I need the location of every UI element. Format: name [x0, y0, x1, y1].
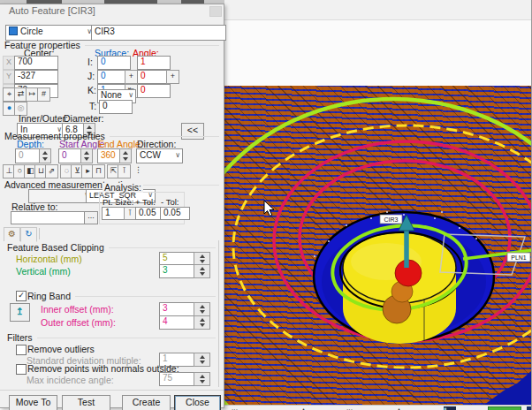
inner-offset-label: Inner offset (mm):: [41, 305, 114, 315]
surface-i-input[interactable]: 0: [97, 56, 131, 70]
svg-text:CIR3: CIR3: [384, 216, 399, 223]
remove-normals-label: Remove points with normals outside:: [27, 364, 179, 374]
tab-probe-toggles[interactable]: ⚙: [4, 227, 20, 241]
t-label: T:: [89, 102, 96, 111]
horizontal-clip-label: Horizontal (mm): [16, 254, 82, 264]
status-rotate-icon[interactable]: [527, 406, 532, 410]
dialog-title: Auto Feature [CIR3]: [9, 5, 95, 16]
j-label: J:: [87, 72, 95, 81]
circle-type-icon: [9, 27, 18, 35]
status-dots-icon[interactable]: ···: [232, 406, 238, 410]
angle-vector-flip-button[interactable]: +: [166, 70, 179, 84]
minus-tol-input[interactable]: 0.05: [160, 207, 190, 220]
surface-vector-flip-button[interactable]: +: [125, 70, 138, 84]
cad-surface-corner: [484, 370, 532, 405]
status-dots-icon[interactable]: ···: [346, 406, 353, 410]
graphics-3d-view[interactable]: CIR3 PLN1: [223, 86, 532, 405]
filters-section: Filters: [7, 332, 216, 343]
vertical-clip-spinner[interactable]: [194, 264, 210, 278]
feature-name-input[interactable]: CIR3: [91, 25, 226, 41]
end-angle-spinner[interactable]: [119, 148, 132, 163]
up-arrow-icon: ↥: [16, 306, 24, 316]
vertical-clip-label: Vertical (mm): [16, 267, 71, 277]
remove-outliers-label: Remove outliers: [27, 345, 95, 354]
minus-tol-label: - Tol:: [161, 197, 179, 207]
depth-spinner[interactable]: [39, 148, 51, 163]
max-incidence-label: Max incidence angle:: [27, 376, 114, 385]
ring-band-checkbox[interactable]: ✓: [16, 291, 27, 301]
path-icon-11[interactable]: ⊺: [118, 164, 131, 178]
start-angle-spinner[interactable]: [80, 148, 93, 163]
status-probe-icon[interactable]: ▮: [444, 406, 456, 410]
angle-1-input[interactable]: 1: [137, 56, 171, 70]
path-icon-5[interactable]: ⇗: [45, 164, 58, 178]
k-label: K:: [87, 86, 96, 95]
create-button[interactable]: Create: [122, 395, 171, 410]
analysis-label: Analysis:: [103, 183, 143, 193]
cir3-feature-label[interactable]: CIR3: [380, 215, 402, 224]
auto-feature-dialog: Auto Feature [CIR3] Circle∨ CIR3 Feature…: [0, 4, 224, 408]
status-bar: ··· ▲ ··· ▲ ▮: [223, 405, 532, 410]
path-icon-12[interactable]: ⋮: [133, 164, 144, 177]
app-toolbar-strip: [224, 0, 532, 20]
plus-tol-label: + Tol:: [135, 197, 156, 207]
center-y-input[interactable]: -327: [14, 70, 58, 84]
y-axis-chip: Y: [3, 70, 15, 84]
status-triangle-icon[interactable]: ▲: [300, 406, 307, 410]
mouse-cursor: [263, 200, 276, 217]
x-axis-chip: X: [3, 56, 15, 70]
close-button[interactable]: Close: [174, 395, 221, 410]
feature-type-select[interactable]: Circle∨: [5, 25, 95, 41]
pt-size-label: Pt. Size:: [103, 197, 133, 207]
direction-select[interactable]: CCW∨: [136, 148, 183, 163]
path-icon-9[interactable]: ⊓: [92, 164, 105, 178]
grid-snap-icon[interactable]: #: [37, 87, 50, 102]
remove-normals-checkbox[interactable]: [16, 364, 27, 375]
button-separator: [0, 390, 224, 391]
tab-divider: [39, 228, 40, 239]
angle-3-input[interactable]: 0: [137, 84, 171, 98]
inner-offset-spinner[interactable]: [194, 302, 210, 316]
max-incidence-spinner[interactable]: [194, 372, 210, 386]
tab-page-border: [218, 240, 219, 387]
wrench-icon: ⚙: [8, 229, 16, 239]
svg-text:PLN1: PLN1: [511, 254, 527, 261]
t-input[interactable]: 0: [99, 100, 133, 114]
refresh-icon: ↻: [25, 229, 32, 239]
dialog-help-button[interactable]: [209, 6, 222, 17]
relative-to-input[interactable]: [11, 211, 86, 224]
tab-scan-properties[interactable]: ↻: [20, 227, 37, 242]
center-x-input[interactable]: 700: [14, 56, 58, 70]
status-lock-icon[interactable]: ▲: [396, 406, 402, 410]
pln1-feature-label[interactable]: PLN1: [507, 253, 530, 262]
outer-offset-spinner[interactable]: [194, 315, 210, 330]
feature-graphics-overlay: CIR3 PLN1: [223, 86, 532, 405]
remove-outliers-checkbox[interactable]: [16, 345, 27, 355]
status-go-button[interactable]: [488, 406, 521, 410]
ring-band-direction-button[interactable]: ↥: [10, 303, 30, 322]
move-to-button[interactable]: Move To: [9, 395, 57, 410]
relative-browse-button[interactable]: ...: [84, 211, 98, 224]
i-label: I:: [87, 57, 93, 67]
screen: { "window": { "title": "Auto Feature [CI…: [0, 0, 532, 410]
test-button[interactable]: Test: [62, 395, 110, 410]
std-deviation-spinner[interactable]: [194, 353, 210, 367]
outer-offset-label: Outer offset (mm):: [41, 318, 116, 328]
ring-band-section: Ring Band: [27, 291, 216, 301]
tolerance-icon-button[interactable]: ⊺: [124, 207, 136, 220]
graphics-window-blank: [224, 20, 532, 86]
